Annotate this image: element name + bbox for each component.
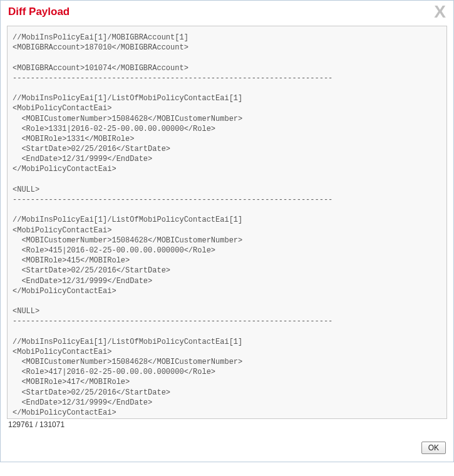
dialog-footer: OK <box>1 432 453 462</box>
dialog-header: Diff Payload X <box>1 1 453 22</box>
close-icon[interactable]: X <box>434 6 446 18</box>
dialog-title: Diff Payload <box>8 6 70 18</box>
ok-button[interactable]: OK <box>421 442 446 454</box>
diff-payload-dialog: Diff Payload X //MobiInsPolicyEai[1]/MOB… <box>0 0 454 462</box>
character-counter: 129761 / 131071 <box>7 419 447 429</box>
dialog-body: //MobiInsPolicyEai[1]/MOBIGBRAccount[1] … <box>1 22 453 432</box>
payload-textarea[interactable]: //MobiInsPolicyEai[1]/MOBIGBRAccount[1] … <box>7 26 447 419</box>
